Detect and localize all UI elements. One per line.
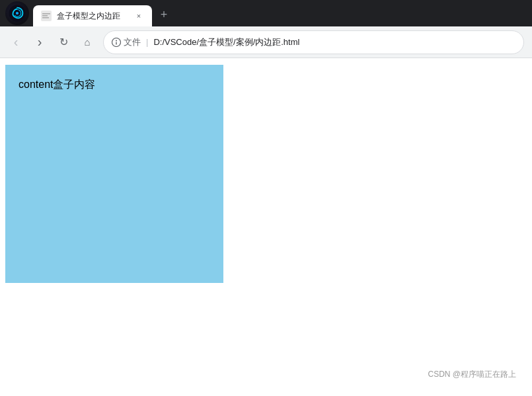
- protocol-label: 文件: [124, 36, 141, 48]
- title-bar: 盒子模型之内边距 × +: [0, 0, 532, 26]
- home-button[interactable]: ⌂: [77, 32, 98, 53]
- tab-title: 盒子模型之内边距: [57, 11, 128, 22]
- forward-button[interactable]: ›: [29, 32, 50, 53]
- svg-point-7: [116, 40, 117, 41]
- tab-close-button[interactable]: ×: [133, 11, 144, 21]
- new-tab-button[interactable]: +: [155, 5, 173, 24]
- url-text: D:/VSCode/盒子模型/案例/内边距.html: [153, 36, 515, 48]
- toolbar: ‹ › ↻ ⌂ 文件 | D:/VSCode/盒子模型/案例/内边距.html: [0, 26, 532, 58]
- svg-rect-5: [42, 17, 49, 19]
- page-content: content盒子内容 CSDN @程序喵正在路上: [0, 58, 532, 396]
- back-icon: ‹: [14, 34, 19, 50]
- svg-rect-4: [42, 15, 48, 17]
- browser-logo: [5, 1, 29, 25]
- svg-rect-8: [116, 42, 116, 44]
- url-separator: |: [146, 37, 148, 47]
- svg-point-1: [16, 12, 19, 15]
- info-icon: [112, 38, 121, 47]
- address-bar-info: 文件: [112, 36, 141, 48]
- tabs-area: 盒子模型之内边距 × +: [33, 0, 532, 26]
- content-box: content盒子内容: [5, 65, 223, 283]
- svg-rect-3: [42, 13, 50, 15]
- tab-favicon: [41, 11, 52, 21]
- active-tab[interactable]: 盒子模型之内边距 ×: [33, 5, 152, 26]
- refresh-icon: ↻: [59, 36, 68, 48]
- home-icon: ⌂: [84, 36, 90, 48]
- refresh-button[interactable]: ↻: [53, 32, 74, 53]
- browser-window: 盒子模型之内边距 × + ‹ › ↻ ⌂ 文件: [0, 0, 532, 396]
- box-text: content盒子内容: [19, 79, 95, 90]
- forward-icon: ›: [38, 34, 42, 50]
- back-button[interactable]: ‹: [5, 32, 26, 53]
- address-bar[interactable]: 文件 | D:/VSCode/盒子模型/案例/内边距.html: [103, 30, 524, 54]
- page-footer: CSDN @程序喵正在路上: [428, 369, 516, 380]
